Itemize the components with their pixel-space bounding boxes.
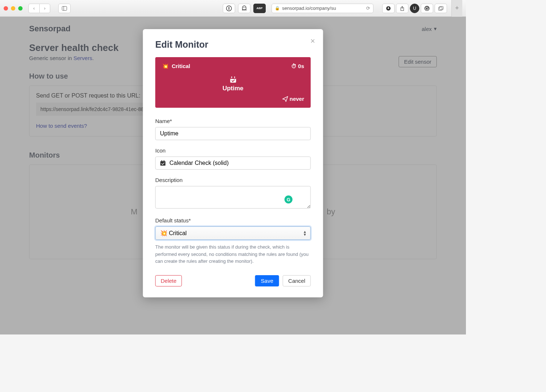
last-sent: never [289,96,304,102]
reload-icon[interactable]: ⟳ [366,5,370,11]
url-text: sensorpad.io/company/su [282,5,364,11]
cancel-button[interactable]: Cancel [283,275,311,286]
send-icon [282,96,288,102]
duration-badge: ⏱ 0s [291,63,304,70]
svg-rect-12 [230,78,236,79]
svg-point-5 [245,7,245,8]
status-badge: 💥 Critical [162,63,190,70]
icon-select[interactable]: Calendar Check (solid) [155,157,311,170]
svg-rect-10 [440,6,443,9]
extension-1password[interactable] [223,4,235,13]
close-window[interactable] [4,6,8,11]
edit-monitor-modal: × Edit Monitor 💥 Critical ⏱ 0s Uptime ne… [143,29,323,297]
monitor-name-preview: Uptime [162,85,304,92]
svg-rect-17 [164,160,165,162]
extension-u[interactable]: U [410,4,419,13]
extension-adblock[interactable]: ABP [253,4,266,13]
name-input[interactable] [155,127,311,140]
minimize-window[interactable] [11,6,15,11]
downloads-button[interactable] [382,4,395,13]
maximize-window[interactable] [18,6,23,11]
address-bar[interactable]: 🔒 sensorpad.io/company/su ⟳ [272,4,373,13]
svg-rect-13 [231,76,232,78]
svg-rect-3 [229,7,229,10]
back-button[interactable]: ‹ [28,4,39,13]
window-controls [4,6,23,11]
calendar-check-icon [162,76,304,83]
svg-rect-0 [62,6,67,10]
svg-rect-9 [439,7,442,10]
lock-icon: 🔒 [275,6,280,11]
stopwatch-icon: ⏱ [291,63,297,69]
delete-button[interactable]: Delete [155,275,182,286]
tabs-button[interactable] [435,4,447,13]
extension-grammarly[interactable] [421,4,433,13]
monitor-preview-card: 💥 Critical ⏱ 0s Uptime never [155,57,311,108]
new-tab-button[interactable]: + [451,0,462,17]
description-label: Description [155,177,311,183]
modal-title: Edit Monitor [155,39,311,50]
svg-rect-15 [161,161,166,166]
extension-ghostery[interactable] [238,4,250,13]
name-label: Name* [155,118,311,124]
svg-point-4 [243,7,244,8]
browser-toolbar: ‹ › ABP 🔒 sensorpad.io/company/su ⟳ U + [0,0,466,17]
svg-rect-16 [162,160,162,162]
calendar-check-icon [160,160,166,166]
select-arrows-icon: ▲▼ [303,230,307,236]
grammarly-icon[interactable]: G [285,195,293,203]
icon-label: Icon [155,147,311,154]
svg-rect-14 [234,76,235,78]
close-button[interactable]: × [310,36,315,46]
save-button[interactable]: Save [255,275,279,286]
status-help-text: The monitor will be given this status if… [155,243,311,265]
default-status-label: Default status* [155,217,311,223]
share-button[interactable] [396,4,408,13]
sidebar-toggle[interactable] [58,4,71,13]
default-status-select[interactable]: 💥 Critical ▲▼ [155,226,311,240]
forward-button[interactable]: › [39,4,50,13]
